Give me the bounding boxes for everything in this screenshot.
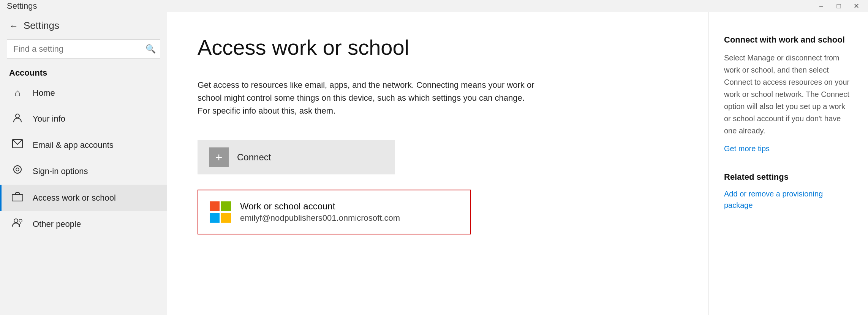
get-more-tips-link[interactable]: Get more tips — [724, 144, 853, 153]
right-panel: Connect with work and school Select Mana… — [708, 12, 868, 315]
connect-label: Connect — [237, 152, 271, 163]
sidebar-item-email-label: Email & app accounts — [33, 140, 114, 150]
connect-button[interactable]: + Connect — [198, 140, 395, 174]
sidebar-item-your-info-label: Your info — [33, 114, 65, 124]
work-school-icon — [11, 192, 24, 204]
ms-logo-red — [210, 201, 220, 211]
connect-section-title: Connect with work and school — [724, 35, 853, 45]
account-name: Work or school account — [240, 201, 400, 212]
home-icon: ⌂ — [11, 87, 24, 99]
connect-body-text: Select Manage or disconnect from work or… — [724, 52, 853, 137]
sidebar-item-home-label: Home — [33, 88, 55, 98]
svg-point-3 — [16, 168, 19, 171]
main-content: Access work or school Get access to reso… — [167, 12, 708, 315]
titlebar-left: Settings — [3, 1, 37, 11]
your-info-icon — [11, 112, 24, 125]
sidebar-item-access-label: Access work or school — [33, 193, 116, 203]
sign-in-icon — [11, 165, 24, 178]
sidebar-app-title: Settings — [24, 20, 59, 32]
titlebar-title: Settings — [7, 1, 37, 11]
svg-point-6 — [19, 219, 22, 222]
maximize-button[interactable]: □ — [830, 0, 847, 12]
accounts-section-label: Accounts — [0, 64, 167, 80]
add-remove-provisioning-link[interactable]: Add or remove a provisioning package — [724, 190, 823, 209]
account-info: Work or school account emilyf@nodpublish… — [240, 201, 400, 223]
search-input[interactable] — [7, 39, 160, 59]
account-card[interactable]: Work or school account emilyf@nodpublish… — [198, 190, 471, 234]
sidebar-item-email-app-accounts[interactable]: Email & app accounts — [0, 132, 167, 158]
sidebar-item-your-info[interactable]: Your info — [0, 106, 167, 132]
sidebar: ← Settings 🔍 Accounts ⌂ Home Your info — [0, 12, 167, 315]
ms-logo-green — [221, 201, 231, 211]
other-people-icon — [11, 218, 24, 230]
svg-rect-4 — [12, 195, 23, 201]
sidebar-item-sign-in-label: Sign-in options — [33, 166, 88, 176]
close-button[interactable]: ✕ — [847, 0, 865, 12]
titlebar-controls: – □ ✕ — [813, 0, 865, 12]
titlebar: Settings – □ ✕ — [0, 0, 868, 12]
back-arrow-icon: ← — [9, 21, 18, 31]
minimize-button[interactable]: – — [813, 0, 830, 12]
email-icon — [11, 139, 24, 151]
sidebar-item-other-people[interactable]: Other people — [0, 211, 167, 237]
related-settings-title: Related settings — [724, 172, 853, 182]
microsoft-logo — [210, 201, 231, 223]
sidebar-item-access-work-school[interactable]: Access work or school — [0, 185, 167, 211]
search-icon: 🔍 — [145, 44, 156, 54]
sidebar-item-sign-in-options[interactable]: Sign-in options — [0, 158, 167, 185]
sidebar-item-other-people-label: Other people — [33, 219, 81, 229]
svg-point-5 — [14, 219, 18, 223]
search-icon-button[interactable]: 🔍 — [141, 39, 160, 59]
sidebar-search-container: 🔍 — [7, 39, 160, 59]
main-description: Get access to resources like email, apps… — [198, 79, 539, 117]
app-body: ← Settings 🔍 Accounts ⌂ Home Your info — [0, 12, 868, 315]
connect-plus-icon: + — [209, 147, 229, 167]
svg-point-2 — [14, 166, 21, 173]
sidebar-item-home[interactable]: ⌂ Home — [0, 80, 167, 106]
ms-logo-yellow — [221, 213, 231, 223]
ms-logo-blue — [210, 213, 220, 223]
page-title: Access work or school — [198, 35, 678, 60]
svg-point-0 — [16, 114, 19, 118]
account-email: emilyf@nodpublishers001.onmicrosoft.com — [240, 213, 400, 223]
sidebar-back-button[interactable]: ← Settings — [0, 16, 167, 35]
